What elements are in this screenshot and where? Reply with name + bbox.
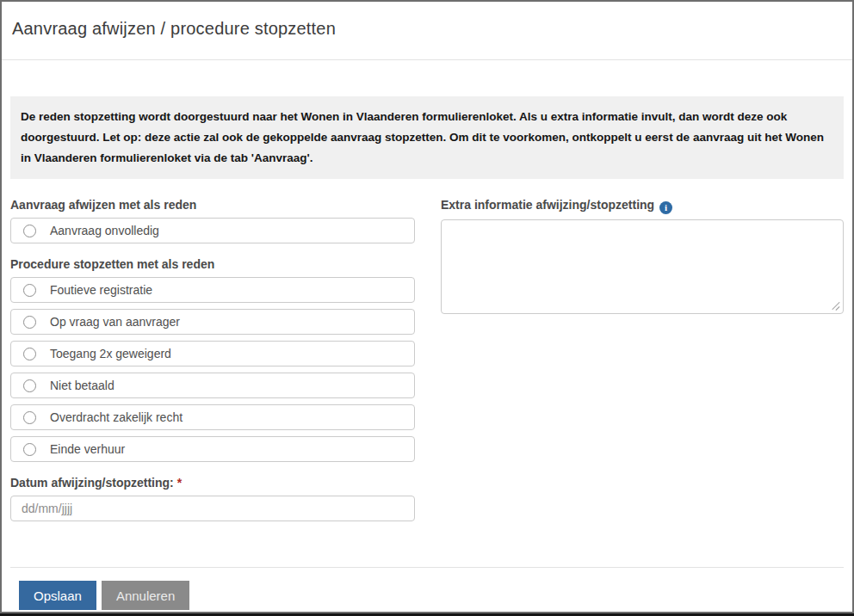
- radio-button[interactable]: [23, 411, 36, 424]
- radio-option-op-vraag-van-aanvrager[interactable]: Op vraag van aanvrager: [10, 309, 415, 335]
- radio-button[interactable]: [23, 225, 36, 237]
- dialog-window: Aanvraag afwijzen / procedure stopzetten…: [0, 0, 854, 613]
- option-label: Aanvraag onvolledig: [50, 224, 159, 237]
- option-label: Overdracht zakelijk recht: [50, 410, 183, 424]
- extra-info-textarea-wrap: [441, 219, 844, 314]
- stop-reason-label: Procedure stopzetten met als reden: [10, 257, 415, 272]
- reasons-column: Aanvraag afwijzen met als reden Aanvraag…: [10, 198, 415, 521]
- radio-button[interactable]: [23, 443, 36, 456]
- option-label: Einde verhuur: [50, 442, 125, 456]
- option-label: Foutieve registratie: [50, 283, 152, 297]
- reject-reason-label: Aanvraag afwijzen met als reden: [10, 198, 415, 213]
- date-placeholder: dd/mm/jjjj: [22, 502, 72, 515]
- date-field-group: Datum afwijzing/stopzetting:* dd/mm/jjjj: [10, 476, 415, 521]
- form-columns: Aanvraag afwijzen met als reden Aanvraag…: [10, 198, 844, 521]
- extra-info-label: Extra informatie afwijzing/stopzettingi: [441, 198, 844, 214]
- radio-button[interactable]: [23, 348, 36, 360]
- option-label: Toegang 2x geweigerd: [50, 347, 171, 360]
- date-label: Datum afwijzing/stopzetting:*: [10, 476, 415, 490]
- date-input[interactable]: dd/mm/jjjj: [10, 496, 415, 521]
- radio-option-overdracht-zakelijk-recht[interactable]: Overdracht zakelijk recht: [10, 404, 415, 430]
- radio-option-foutieve-registratie[interactable]: Foutieve registratie: [10, 277, 415, 303]
- extra-info-textarea[interactable]: [441, 219, 844, 314]
- page-title: Aanvraag afwijzen / procedure stopzetten: [12, 19, 852, 39]
- required-asterisk: *: [177, 476, 182, 490]
- date-label-text: Datum afwijzing/stopzetting:: [10, 476, 174, 490]
- option-label: Niet betaald: [50, 379, 114, 392]
- info-icon[interactable]: i: [659, 201, 672, 214]
- radio-option-niet-betaald[interactable]: Niet betaald: [10, 373, 415, 398]
- extra-info-label-text: Extra informatie afwijzing/stopzetting: [441, 198, 654, 212]
- save-button[interactable]: Opslaan: [19, 581, 96, 610]
- cancel-button[interactable]: Annuleren: [102, 581, 189, 610]
- radio-option-aanvraag-onvolledig[interactable]: Aanvraag onvolledig: [10, 218, 415, 243]
- radio-button[interactable]: [23, 379, 36, 392]
- radio-button[interactable]: [23, 316, 36, 329]
- radio-option-toegang-2x-geweigerd[interactable]: Toegang 2x geweigerd: [10, 341, 415, 367]
- resize-handle-icon[interactable]: [832, 301, 842, 311]
- radio-option-einde-verhuur[interactable]: Einde verhuur: [10, 436, 415, 462]
- notice-banner: De reden stopzetting wordt doorgestuurd …: [10, 96, 844, 179]
- dialog-content: De reden stopzetting wordt doorgestuurd …: [2, 96, 852, 610]
- option-label: Op vraag van aanvrager: [50, 315, 180, 329]
- extra-info-column: Extra informatie afwijzing/stopzettingi: [441, 198, 844, 521]
- radio-button[interactable]: [23, 284, 36, 297]
- dialog-footer: Opslaan Annuleren: [10, 567, 844, 610]
- dialog-header: Aanvraag afwijzen / procedure stopzetten: [2, 2, 852, 60]
